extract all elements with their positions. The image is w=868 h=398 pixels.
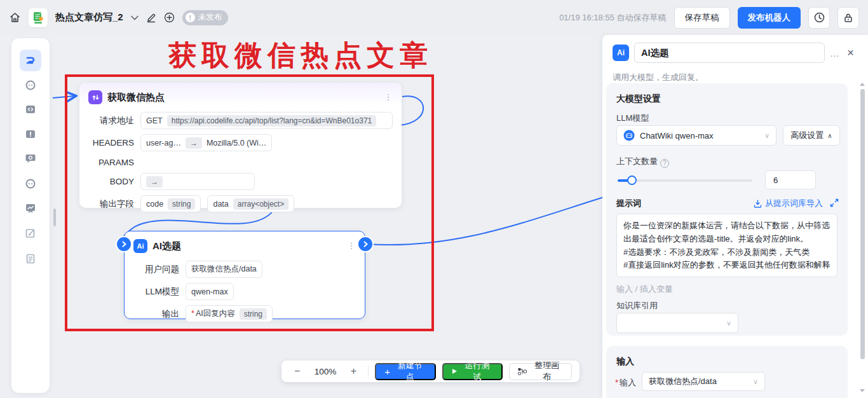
- body-box[interactable]: →: [140, 173, 255, 190]
- save-draft-button[interactable]: 保存草稿: [674, 7, 730, 29]
- llm-model-select[interactable]: ChatWiki qwen-max ∨: [616, 125, 776, 146]
- llm-model-box[interactable]: qwen-max: [186, 283, 234, 300]
- plus-icon: +: [384, 366, 390, 377]
- sidebar-item-form[interactable]: [20, 223, 41, 244]
- node-menu-icon[interactable]: ⋮: [384, 96, 393, 99]
- arrange-canvas-button[interactable]: 整理画布: [509, 363, 572, 380]
- slider-handle[interactable]: [627, 175, 637, 185]
- field-label: PARAMS: [88, 158, 134, 167]
- new-node-label: 新建节点: [394, 360, 426, 383]
- sidebar-item-stats[interactable]: [20, 197, 41, 219]
- request-url-box[interactable]: GET https://api.codelife.cc/api/top/list…: [140, 112, 393, 129]
- output-port[interactable]: [358, 237, 372, 251]
- node-get-wechat-hotspots[interactable]: 获取微信热点 ⋮ 请求地址 GET https://api.codelife.c…: [79, 83, 402, 208]
- code-icon: [25, 104, 36, 115]
- edit-title-icon[interactable]: [146, 13, 156, 23]
- publish-bot-button[interactable]: 发布机器人: [738, 7, 801, 29]
- field-label: HEADERS: [88, 138, 134, 148]
- arrow-right-icon: →: [186, 137, 202, 149]
- insert-variable-hint[interactable]: 输入 / 插入变量: [616, 284, 673, 295]
- arrow-right-icon: →: [146, 176, 163, 188]
- sidebar-item-message[interactable]: [20, 148, 41, 169]
- node-ai-topic-selection[interactable]: Ai AI选题 ⋮ 用户问题 获取微信热点/data LLM模型 qwen-ma…: [124, 231, 365, 319]
- agent-face-icon: [25, 178, 36, 189]
- input-variable-select[interactable]: 获取微信热点/data ∨: [642, 372, 765, 391]
- output-name: AI回复内容: [196, 309, 235, 318]
- context-count-input[interactable]: 6: [765, 170, 816, 189]
- sitemap-icon: [518, 367, 527, 375]
- scroll-down-arrow[interactable]: [860, 389, 865, 392]
- field-label: 输出: [133, 308, 179, 320]
- bot-title: 热点文章仿写_2: [55, 11, 123, 24]
- ai-output-box[interactable]: *AI回复内容 string: [186, 305, 273, 322]
- alert-icon: [25, 128, 36, 140]
- panel-menu-icon[interactable]: …: [830, 48, 839, 58]
- output-type: string: [240, 308, 267, 320]
- context-count-label: 上下文数量?: [616, 156, 669, 168]
- context-slider[interactable]: [618, 179, 752, 182]
- user-question-value: 获取微信热点/data: [191, 264, 257, 275]
- prompt-import-label: 从提示词库导入: [765, 198, 823, 209]
- sidebar-item-code[interactable]: [20, 99, 41, 120]
- prompt-label: 提示词: [616, 198, 641, 209]
- help-icon[interactable]: ?: [660, 159, 669, 168]
- chevron-down-icon: ∨: [764, 132, 770, 140]
- headers-key: user-ag…: [146, 139, 181, 148]
- zoom-out-button[interactable]: −: [289, 366, 306, 377]
- user-question-box[interactable]: 获取微信热点/data: [186, 261, 262, 278]
- play-icon: [452, 368, 458, 374]
- run-test-button[interactable]: 运行测试: [442, 363, 503, 380]
- sidebar-resize-handle[interactable]: [53, 209, 56, 226]
- left-sidebar: [11, 38, 50, 393]
- field-label: 用户问题: [133, 264, 179, 275]
- node-name-input[interactable]: AI选题: [634, 43, 825, 63]
- field-label: BODY: [88, 177, 134, 186]
- sidebar-item-docs[interactable]: [20, 248, 41, 270]
- prompt-import-link[interactable]: 从提示词库导入: [754, 198, 823, 209]
- node-config-panel: Ai AI选题 … × 调用大模型，生成回复。 大模型设置 LLM模型 Chat…: [602, 35, 868, 398]
- ai-node-icon: Ai: [613, 45, 629, 61]
- expand-icon[interactable]: [830, 198, 839, 207]
- llm-model-value: qwen-max: [191, 287, 228, 296]
- advanced-settings-label: 高级设置: [790, 130, 824, 141]
- close-icon[interactable]: ×: [847, 46, 854, 60]
- advanced-settings-button[interactable]: 高级设置 ∧: [783, 125, 840, 146]
- section-title: 输入: [616, 356, 634, 367]
- chevron-down-icon: ∨: [753, 378, 758, 386]
- input-port[interactable]: [117, 237, 131, 251]
- add-icon[interactable]: [164, 12, 175, 23]
- bot-logo[interactable]: [29, 8, 48, 27]
- canvas-annotation-title: 获取微信热点文章: [145, 37, 456, 74]
- section-title: 大模型设置: [616, 93, 661, 105]
- chevron-down-icon[interactable]: [131, 15, 139, 20]
- node-title: 获取微信热点: [107, 92, 379, 104]
- history-button[interactable]: [808, 7, 830, 29]
- sidebar-item-alert[interactable]: [20, 123, 41, 145]
- output-field-data[interactable]: data array<object>: [207, 195, 294, 212]
- field-label: 请求地址: [88, 115, 134, 127]
- output-name: data: [213, 200, 228, 209]
- run-test-label: 运行测试: [461, 360, 494, 383]
- sidebar-item-workflow[interactable]: [20, 50, 41, 71]
- chevron-up-icon: ∧: [827, 132, 832, 139]
- panel-scrollbar[interactable]: [860, 89, 865, 359]
- workflow-icon: [25, 55, 36, 66]
- lock-button[interactable]: [837, 7, 859, 29]
- node-menu-icon[interactable]: ⋮: [347, 245, 356, 247]
- output-name: code: [146, 200, 163, 209]
- zoom-in-button[interactable]: +: [346, 366, 362, 377]
- new-node-button[interactable]: + 新建节点: [375, 363, 436, 380]
- lock-icon: [843, 13, 853, 23]
- scroll-up-arrow[interactable]: [860, 83, 865, 86]
- headers-box[interactable]: user-ag… → Mozilla/5.0 (Wi…: [140, 134, 272, 151]
- home-icon[interactable]: [9, 11, 21, 24]
- output-field-code[interactable]: code string: [140, 195, 201, 212]
- input-label: *输入: [615, 377, 636, 388]
- knowledge-base-select[interactable]: ∨: [616, 313, 738, 333]
- import-icon: [754, 200, 762, 208]
- sidebar-item-agent[interactable]: [20, 173, 41, 195]
- chatwiki-model-icon: [623, 130, 635, 141]
- sidebar-item-bot[interactable]: [20, 74, 41, 96]
- prompt-textarea[interactable]: 你是一位资深的新媒体运营，请结合以下数据，从中筛选出最适合创作文章的选题-tit…: [616, 214, 837, 277]
- input-card: 输入 *输入 获取微信热点/data ∨: [606, 346, 848, 398]
